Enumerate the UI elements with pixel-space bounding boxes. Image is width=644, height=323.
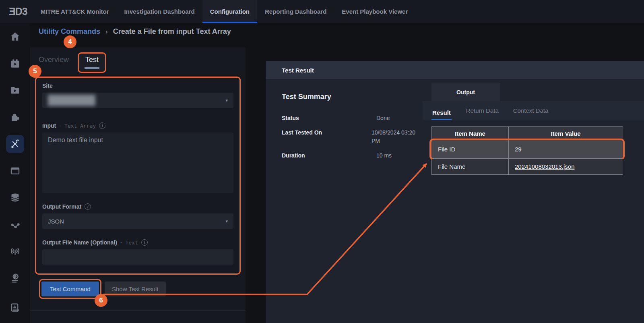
output-file-name-type-hint: Text [126,240,138,246]
table-row-file-name: File Name 20241008032013.json [432,159,622,175]
integrations-icon[interactable] [6,108,24,126]
step-badge-5: 5 [29,65,41,78]
info-icon[interactable]: i [99,122,105,129]
test-summary: Test Summary Status Done Last Tested On … [266,79,423,323]
summary-row-status: Status Done [282,114,423,122]
file-id-name-cell: File ID [432,140,508,159]
last-tested-value: 10/08/2024 03:20 PM [372,128,423,145]
test-summary-title: Test Summary [282,93,423,101]
column-header-item-name: Item Name [432,127,508,140]
output-section: Output Result Return Data Context Data I… [423,79,644,323]
file-id-value-cell: 29 [508,140,623,159]
output-file-name-input[interactable] [42,249,233,265]
output-subtabs: Result Return Data Context Data [423,101,644,120]
subtab-return-data[interactable]: Return Data [466,107,499,114]
file-name-name-cell: File Name [432,159,508,175]
test-command-highlight-box: Test Command [39,279,101,299]
playbooks-icon[interactable] [6,81,24,99]
incident-report-icon[interactable] [6,298,24,317]
output-format-dropdown[interactable]: JSON ▾ [42,213,233,229]
utility-commands-icon[interactable] [6,135,24,153]
subtab-context-data[interactable]: Context Data [513,107,549,114]
divider [30,310,246,311]
step-badge-4: 4 [64,35,76,48]
tab-test[interactable]: Test [85,56,99,69]
site-label: Site [42,83,53,89]
info-icon[interactable]: i [141,239,148,246]
info-icon[interactable]: i [85,203,91,210]
chevron-down-icon: ▾ [225,219,228,224]
input-label: Input [42,122,56,129]
breadcrumb-utility-commands[interactable]: Utility Commands [39,27,100,36]
broadcast-icon[interactable] [6,242,24,260]
tab-test-active-underline [85,67,99,69]
test-form-highlight-box: Site ▾ Input - Text Array i Demo text fi… [35,77,241,275]
window-icon[interactable] [6,162,24,180]
duration-value: 10 ms [376,151,392,160]
result-table: Item Name Item Value File ID 29 File Nam… [431,126,623,175]
breadcrumb-separator-icon: › [105,28,108,36]
command-detail-panel: Overview Test Site ▾ Input - Text Array [30,48,246,323]
nav-event-playbook-viewer[interactable]: Event Playbook Viewer [334,0,415,23]
link-analysis-icon[interactable] [6,215,24,234]
summary-row-duration: Duration 10 ms [282,151,423,160]
test-result-panel: Test Result Test Summary Status Done Las… [266,61,644,323]
site-dropdown[interactable]: ▾ [42,93,233,108]
input-textarea[interactable]: Demo text file input [42,133,233,193]
nav-investigation-dashboard[interactable]: Investigation Dashboard [117,0,202,23]
command-tabs: Overview Test [30,48,246,73]
form-actions: Test Command Show Test Result [39,279,246,299]
nav-reporting-dashboard[interactable]: Reporting Dashboard [257,0,334,23]
subtab-result[interactable]: Result [431,105,452,120]
tab-output[interactable]: Output [431,83,500,101]
output-format-label: Output Format [42,203,81,210]
breadcrumb-current-page: Create a File from input Text Array [113,27,231,36]
data-management-icon[interactable] [6,188,24,207]
home-icon[interactable] [6,27,24,46]
breadcrumb: Utility Commands › Create a File from in… [39,27,231,36]
event-playbooks-icon[interactable] [6,54,24,72]
show-test-result-button[interactable]: Show Test Result [105,282,166,296]
status-value: Done [376,114,390,122]
test-tab-highlight-box: Test [78,52,106,73]
output-format-value: JSON [48,218,64,225]
nav-configuration[interactable]: Configuration [202,0,257,23]
test-command-button[interactable]: Test Command [41,282,99,296]
d3-logo[interactable]: ƎD3 [0,0,33,23]
table-row-file-id: File ID 29 [432,140,622,159]
input-type-hint: Text Array [64,123,96,129]
chevron-down-icon: ▾ [225,98,228,103]
nav-mitre-attack-monitor[interactable]: MITRE ATT&CK Monitor [33,0,117,23]
output-file-name-label: Output File Name (Optional) [42,239,117,246]
icon-sidebar [0,23,30,323]
site-value-redacted [48,95,95,106]
top-navigation: ƎD3 MITRE ATT&CK Monitor Investigation D… [0,0,644,23]
result-table-header-row: Item Name Item Value [432,127,622,140]
test-result-header: Test Result [266,61,644,79]
tab-overview[interactable]: Overview [39,52,69,64]
file-name-link[interactable]: 20241008032013.json [515,163,574,170]
app-window: ƎD3 MITRE ATT&CK Monitor Investigation D… [0,0,644,323]
geo-feeds-icon[interactable] [6,269,24,287]
summary-row-last-tested: Last Tested On 10/08/2024 03:20 PM [282,128,423,145]
column-header-item-value: Item Value [508,127,623,140]
step-badge-6: 6 [95,294,107,307]
